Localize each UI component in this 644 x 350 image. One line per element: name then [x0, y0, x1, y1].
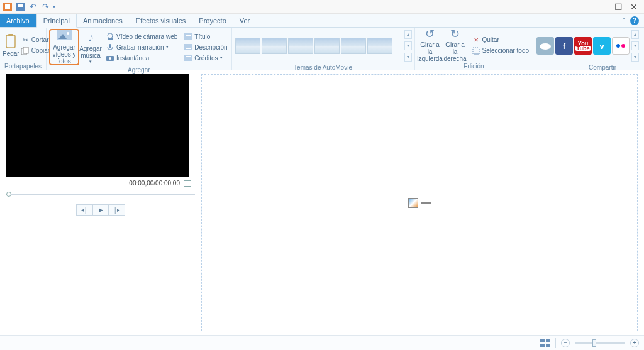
video-preview[interactable] — [6, 74, 189, 177]
gallery-more-icon[interactable]: ▾ — [404, 53, 412, 62]
minimize-button[interactable]: — — [598, 2, 607, 12]
rotate-left-label: Girar a la izquierda — [417, 41, 443, 62]
tab-animaciones[interactable]: Animaciones — [77, 14, 130, 27]
zoom-slider[interactable] — [575, 342, 625, 344]
svg-rect-33 — [540, 344, 545, 347]
share-skydrive-button[interactable] — [536, 37, 554, 55]
gallery-up-icon[interactable]: ▴ — [404, 30, 412, 39]
close-button[interactable]: ✕ — [630, 2, 638, 12]
storyboard-clip[interactable] — [408, 198, 431, 208]
undo-icon[interactable]: ↶ — [28, 2, 38, 12]
preview-seek-slider[interactable] — [6, 192, 195, 198]
play-button[interactable]: ▶ — [92, 204, 109, 216]
svg-rect-31 — [540, 339, 545, 342]
share-youtube-button[interactable]: YouTube — [574, 37, 592, 55]
svg-rect-22 — [186, 58, 191, 58]
add-videos-photos-button[interactable]: Agregar vídeos y fotos — [51, 31, 77, 63]
share-flickr-button[interactable] — [612, 37, 630, 55]
record-narration-button[interactable]: Grabar narración ▾ — [104, 42, 179, 52]
svg-point-24 — [540, 43, 551, 50]
svg-rect-13 — [109, 44, 111, 48]
svg-point-15 — [109, 57, 111, 60]
title-label: Título — [194, 33, 210, 40]
view-thumbnails-icon[interactable] — [540, 339, 550, 347]
tab-efectos-visuales[interactable]: Efectos visuales — [130, 14, 192, 27]
select-all-button[interactable]: Seleccionar todo — [470, 46, 531, 56]
delete-icon: ✕ — [472, 36, 480, 45]
paste-label: Pegar — [3, 50, 19, 57]
share-more-icon[interactable]: ▾ — [631, 53, 639, 62]
storyboard[interactable] — [201, 74, 638, 331]
select-all-label: Seleccionar todo — [482, 47, 530, 54]
app-icon — [3, 2, 13, 12]
automovie-theme[interactable] — [235, 38, 260, 54]
add-music-button[interactable]: ♪ Agregar música ▾ — [79, 31, 102, 63]
group-add: Agregar vídeos y fotos ♪ Agregar música … — [47, 28, 232, 70]
clip-thumbnail-icon — [408, 198, 418, 208]
rotate-right-label: Girar a la derecha — [443, 41, 468, 62]
credits-button[interactable]: Créditos ▾ — [182, 53, 228, 63]
svg-rect-34 — [546, 344, 550, 347]
svg-rect-17 — [186, 35, 191, 36]
add-videos-photos-label: Agregar vídeos y fotos — [51, 44, 77, 65]
rotate-left-button[interactable]: ↺ Girar a la izquierda — [418, 29, 443, 62]
redo-icon[interactable]: ↷ — [40, 2, 50, 12]
main-area: 00:00,00/00:00,00 ◂│ ▶ │▸ — [0, 70, 644, 335]
music-note-icon: ♪ — [83, 30, 98, 44]
preview-time-area: 00:00,00/00:00,00 — [6, 177, 195, 189]
camera-icon — [106, 53, 114, 62]
qat-dropdown-icon[interactable]: ▾ — [53, 4, 55, 9]
rotate-left-icon: ↺ — [423, 28, 438, 41]
tab-ver[interactable]: Ver — [233, 14, 257, 27]
dropdown-icon: ▾ — [89, 59, 92, 64]
share-up-icon[interactable]: ▴ — [631, 30, 639, 39]
record-narration-label: Grabar narración — [116, 44, 164, 51]
window-controls: — ☐ ✕ — [598, 2, 641, 12]
save-movie-button[interactable]: Guardar película ▾ — [641, 30, 644, 62]
description-icon — [184, 43, 192, 52]
description-button[interactable]: Descripción — [182, 42, 228, 52]
automovie-theme[interactable] — [262, 38, 287, 54]
microphone-icon — [106, 43, 114, 52]
share-facebook-button[interactable]: f — [555, 37, 573, 55]
share-scroll: ▴ ▾ ▾ — [631, 29, 639, 63]
save-icon[interactable] — [15, 2, 25, 12]
group-editing-label: Edición — [415, 63, 533, 71]
tab-file[interactable]: Archivo — [0, 14, 36, 27]
next-frame-button[interactable]: │▸ — [109, 204, 125, 216]
gallery-down-icon[interactable]: ▾ — [404, 41, 412, 50]
collapse-ribbon-icon[interactable]: ⌃ — [621, 17, 626, 24]
snapshot-button[interactable]: Instantánea — [104, 53, 179, 63]
prev-frame-button[interactable]: ◂│ — [76, 204, 92, 216]
fullscreen-icon[interactable] — [184, 180, 191, 187]
automovie-theme[interactable] — [314, 38, 340, 54]
gallery-scroll: ▴ ▾ ▾ — [404, 29, 412, 63]
seek-knob[interactable] — [6, 192, 11, 197]
svg-rect-23 — [473, 48, 479, 54]
title-button[interactable]: Título — [182, 31, 228, 41]
clip-duration-bar — [421, 202, 431, 204]
help-icon[interactable]: ? — [630, 16, 639, 25]
zoom-out-button[interactable]: − — [561, 339, 570, 347]
svg-rect-21 — [186, 56, 191, 57]
paste-button[interactable]: Pegar — [3, 29, 19, 62]
rotate-right-button[interactable]: ↻ Girar a la derecha — [443, 29, 468, 62]
webcam-video-button[interactable]: Vídeo de cámara web — [104, 31, 179, 41]
zoom-in-button[interactable]: + — [630, 339, 639, 347]
tab-proyecto[interactable]: Proyecto — [192, 14, 233, 27]
tab-principal[interactable]: Principal — [36, 14, 77, 28]
automovie-theme[interactable] — [341, 38, 366, 54]
add-music-label: Agregar música — [79, 45, 102, 59]
share-down-icon[interactable]: ▾ — [631, 41, 639, 50]
zoom-knob[interactable] — [592, 339, 596, 347]
automovie-theme[interactable] — [367, 38, 392, 54]
playback-controls: ◂│ ▶ │▸ — [6, 204, 195, 216]
remove-button[interactable]: ✕ Quitar — [470, 35, 531, 45]
automovie-gallery[interactable] — [235, 37, 404, 55]
automovie-theme[interactable] — [288, 38, 313, 54]
share-vimeo-button[interactable]: v — [593, 37, 611, 55]
maximize-button[interactable]: ☐ — [614, 2, 623, 12]
svg-rect-5 — [8, 34, 13, 36]
svg-point-10 — [67, 32, 69, 35]
dropdown-icon: ▾ — [166, 45, 169, 50]
